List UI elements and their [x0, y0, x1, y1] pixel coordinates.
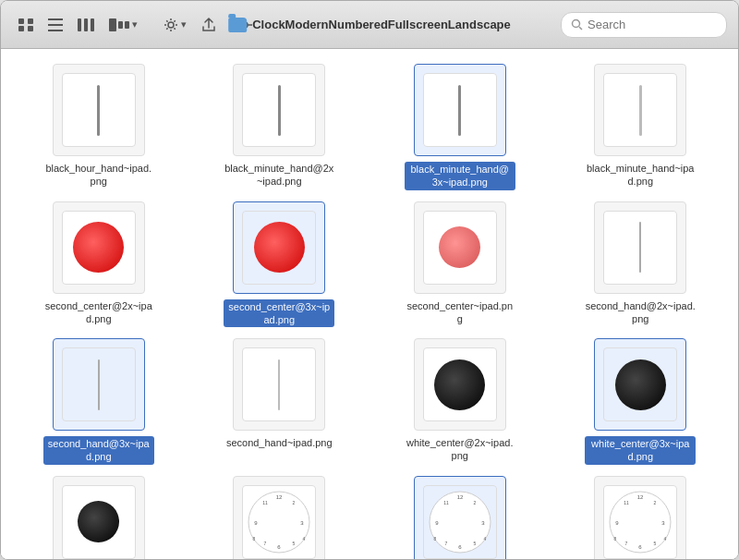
list-item[interactable]: second_hand@2x~ipad.png [554, 201, 728, 328]
list-view-btn[interactable] [42, 10, 69, 40]
file-label: second_hand~ipad.png [226, 436, 333, 449]
svg-rect-5 [48, 24, 63, 26]
file-thumbnail [233, 201, 325, 294]
finder-window: ▾ ▾ ClockModernNumberedFullscreenLandsca… [0, 0, 739, 560]
svg-rect-11 [118, 21, 123, 29]
svg-rect-0 [18, 18, 24, 24]
svg-rect-2 [18, 26, 24, 31]
window-title: ClockModernNumberedFullscreenLandscape [228, 18, 511, 32]
search-icon [571, 18, 583, 30]
svg-text:7: 7 [625, 541, 628, 546]
file-label: black_minute_hand@2x~ipad.png [224, 162, 334, 189]
file-label: second_hand@2x~ipad.png [585, 299, 696, 326]
list-item[interactable]: white_center@2x~ipad.png [373, 338, 547, 465]
file-thumbnail: 12 3 6 9 2 11 4 8 7 5 [233, 476, 325, 559]
svg-line-16 [579, 27, 582, 30]
file-thumbnail [414, 338, 506, 431]
svg-rect-7 [78, 18, 81, 31]
folder-icon [228, 18, 247, 32]
list-item[interactable]: 12 3 6 9 2 11 4 8 7 5 [193, 476, 367, 559]
file-thumbnail: 12 3 6 9 2 11 4 8 7 5 [594, 476, 686, 559]
clock-face-thumbnail: 12 3 6 9 2 11 4 8 7 5 [428, 490, 492, 554]
list-item[interactable]: black_minute_hand~ipad.png [554, 64, 728, 190]
svg-text:11: 11 [262, 500, 268, 505]
svg-rect-3 [28, 26, 33, 31]
svg-rect-8 [84, 18, 88, 31]
svg-text:12: 12 [456, 494, 463, 500]
clock-face-thumbnail: 12 3 6 9 2 11 4 8 7 5 [608, 490, 672, 554]
svg-text:4: 4 [664, 536, 667, 542]
list-item[interactable]: second_hand~ipad.png [193, 338, 367, 465]
titlebar: ▾ ▾ ClockModernNumberedFullscreenLandsca… [1, 1, 738, 49]
svg-text:7: 7 [264, 541, 267, 546]
file-thumbnail: 12 3 6 9 2 11 4 8 7 5 [414, 476, 506, 559]
list-item[interactable]: black_minute_hand@3x~ipad.png [373, 64, 547, 190]
file-label: black_minute_hand~ipad.png [585, 162, 696, 189]
file-grid: black_hour_hand~ipad.png black_minute_ha… [12, 64, 727, 559]
svg-text:4: 4 [483, 536, 486, 542]
svg-point-13 [168, 22, 174, 28]
search-box[interactable] [561, 12, 727, 38]
file-thumbnail [233, 64, 325, 156]
view-controls: ▾ [12, 10, 144, 40]
clock-face-thumbnail: 12 3 6 9 2 11 4 8 7 5 [247, 490, 311, 554]
share-btn[interactable] [195, 10, 223, 40]
svg-text:12: 12 [637, 494, 644, 500]
svg-text:8: 8 [614, 536, 617, 542]
svg-text:11: 11 [443, 500, 449, 505]
settings-btn[interactable]: ▾ [157, 10, 193, 40]
file-label: white_center@2x~ipad.png [405, 436, 515, 463]
file-thumbnail [233, 338, 325, 431]
svg-text:8: 8 [253, 536, 256, 542]
svg-rect-6 [48, 30, 63, 31]
svg-rect-4 [48, 18, 63, 20]
search-input[interactable] [588, 18, 708, 31]
svg-text:8: 8 [433, 536, 436, 542]
svg-rect-12 [125, 21, 129, 29]
svg-text:12: 12 [276, 494, 283, 500]
file-thumbnail [414, 64, 506, 156]
list-item[interactable]: second_center@3x~ipad.png [193, 201, 367, 328]
column-view-btn[interactable] [71, 10, 101, 40]
list-item[interactable]: 12 3 6 9 2 11 4 8 7 5 [554, 476, 728, 559]
list-item[interactable]: second_center~ipad.png [373, 201, 547, 328]
file-grid-content: black_hour_hand~ipad.png black_minute_ha… [1, 49, 738, 559]
file-thumbnail [594, 338, 686, 431]
svg-point-15 [573, 20, 580, 28]
list-item[interactable]: white_center@3x~ipad.png [554, 338, 728, 465]
svg-rect-10 [109, 18, 116, 31]
list-item[interactable]: second_center@2x~ipad.png [12, 201, 186, 328]
file-thumbnail [53, 476, 145, 559]
list-item[interactable]: white_center~ipad.png [12, 476, 186, 559]
file-label: white_center@3x~ipad.png [585, 436, 696, 465]
file-label: second_center@2x~ipad.png [43, 299, 154, 326]
svg-text:2: 2 [473, 500, 476, 505]
svg-text:5: 5 [654, 541, 657, 546]
svg-text:7: 7 [444, 541, 447, 546]
file-label: second_hand@3x~ipad.png [43, 436, 154, 465]
file-label: second_center~ipad.png [405, 299, 515, 326]
svg-rect-1 [28, 18, 33, 24]
file-thumbnail [594, 201, 686, 294]
file-thumbnail [53, 201, 145, 294]
list-item[interactable]: 12 3 6 9 2 11 4 8 7 5 [373, 476, 547, 559]
icon-view-btn[interactable] [12, 10, 40, 40]
svg-text:5: 5 [473, 541, 476, 546]
svg-text:11: 11 [624, 500, 629, 505]
svg-rect-9 [91, 18, 94, 31]
svg-text:4: 4 [303, 536, 306, 542]
svg-text:5: 5 [293, 541, 296, 546]
file-label: black_hour_hand~ipad.png [43, 162, 154, 189]
file-thumbnail [594, 64, 686, 156]
svg-text:2: 2 [654, 500, 657, 505]
list-item[interactable]: second_hand@3x~ipad.png [12, 338, 186, 465]
list-item[interactable]: black_hour_hand~ipad.png [12, 64, 186, 190]
file-label: second_center@3x~ipad.png [224, 299, 334, 328]
gallery-view-btn[interactable]: ▾ [103, 10, 144, 40]
file-thumbnail [53, 64, 145, 156]
file-thumbnail [414, 201, 506, 294]
list-item[interactable]: black_minute_hand@2x~ipad.png [193, 64, 367, 190]
svg-text:2: 2 [293, 500, 296, 505]
file-label: black_minute_hand@3x~ipad.png [405, 162, 515, 190]
file-thumbnail [53, 338, 145, 431]
